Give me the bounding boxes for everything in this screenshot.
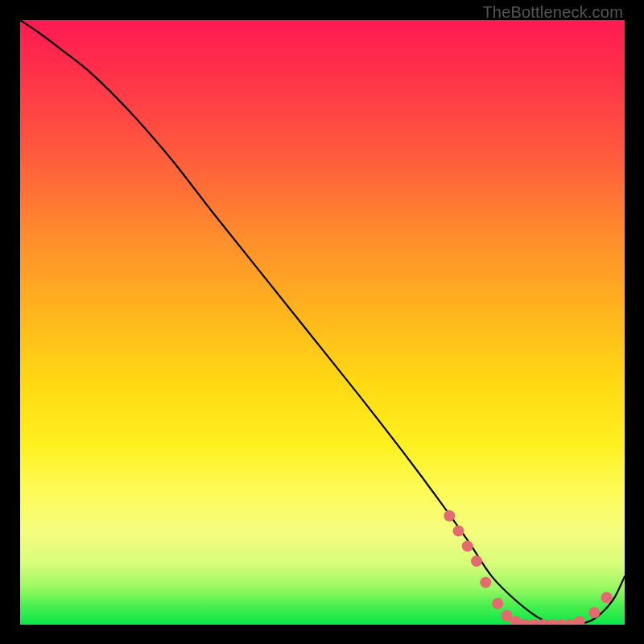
bottleneck-curve [20, 20, 625, 625]
curve-marker [574, 616, 585, 625]
curve-marker [480, 576, 491, 588]
curve-markers [444, 510, 612, 625]
chart-frame: TheBottleneck.com [0, 0, 644, 644]
plot-area [20, 20, 625, 625]
curve-marker [588, 607, 600, 618]
curve-marker [444, 510, 455, 522]
curve-marker [492, 598, 503, 609]
chart-svg [20, 20, 625, 625]
curve-marker [462, 540, 473, 551]
watermark-text: TheBottleneck.com [482, 3, 623, 22]
curve-marker [601, 592, 613, 603]
curve-marker [471, 555, 482, 567]
curve-marker [453, 526, 464, 537]
